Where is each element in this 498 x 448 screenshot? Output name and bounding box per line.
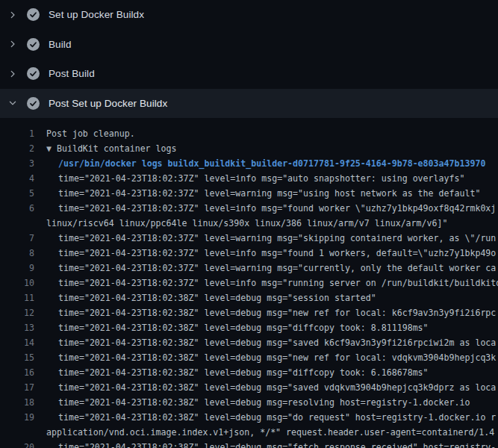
step-label: Build [49,39,72,50]
step-label: Post Build [49,68,95,79]
log-line-number[interactable]: 9 [0,261,34,276]
step-row-set-up-docker-buildx[interactable]: Set up Docker Buildx [0,0,498,30]
log-line-text: time="2021-04-23T18:02:38Z" level=debug … [46,365,429,380]
log-line-text: time="2021-04-23T18:02:38Z" level=debug … [46,335,496,350]
log-line-number[interactable]: 4 [0,171,34,186]
log-line-text: time="2021-04-23T18:02:37Z" level=warnin… [46,231,496,246]
log-line-number[interactable]: 18 [0,395,34,410]
log-line: application/vnd.oci.image.index.v1+json,… [0,425,498,440]
log-line-number [0,425,34,440]
log-line-text: application/vnd.oci.image.index.v1+json,… [46,425,494,440]
log-line: 7time="2021-04-23T18:02:37Z" level=warni… [0,231,498,246]
log-group-title: BuildKit container logs [52,143,177,154]
log-line-number[interactable]: 14 [0,335,34,350]
step-row-post-set-up-docker-buildx[interactable]: Post Set up Docker Buildx [0,89,498,119]
log-line-number[interactable]: 7 [0,231,34,246]
log-line: 19time="2021-04-23T18:02:38Z" level=debu… [0,410,498,425]
log-line-number[interactable]: 12 [0,305,34,320]
step-row-build[interactable]: Build [0,30,498,60]
log-line-number[interactable]: 8 [0,246,34,261]
log-line-text: time="2021-04-23T18:02:37Z" level=info m… [46,171,464,186]
log-line-text: time="2021-04-23T18:02:38Z" level=debug … [46,395,470,410]
log-line: 13time="2021-04-23T18:02:38Z" level=debu… [0,320,498,335]
log-line-text: time="2021-04-23T18:02:38Z" level=debug … [46,410,496,425]
log-line-number[interactable]: 10 [0,276,34,290]
log-line: 18time="2021-04-23T18:02:38Z" level=debu… [0,395,498,410]
log-line-number[interactable]: 16 [0,365,34,380]
log-line: 10time="2021-04-23T18:02:37Z" level=info… [0,276,498,290]
log-line-text: time="2021-04-23T18:02:38Z" level=debug … [46,380,496,395]
log-line-number[interactable]: 13 [0,320,34,335]
log-line-number[interactable]: 5 [0,186,34,201]
log-line-text: time="2021-04-23T18:02:38Z" level=debug … [46,290,376,305]
log-line: 4time="2021-04-23T18:02:37Z" level=info … [0,171,498,186]
log-line: 8time="2021-04-23T18:02:37Z" level=info … [0,246,498,261]
log-area: 1Post job cleanup.2▼ BuildKit container … [0,118,498,448]
log-line-number[interactable]: 20 [0,440,34,448]
chevron-right-icon[interactable] [7,69,18,79]
log-line: 3/usr/bin/docker logs buildx_buildkit_bu… [0,156,498,171]
log-line-number[interactable]: 6 [0,201,34,216]
check-circle-icon [27,67,40,80]
log-line-number[interactable]: 15 [0,350,34,365]
log-line: 11time="2021-04-23T18:02:38Z" level=debu… [0,290,498,305]
log-line-text: time="2021-04-23T18:02:38Z" level=debug … [46,305,496,320]
log-line: 20time="2021-04-23T18:02:38Z" level=debu… [0,440,498,448]
step-label: Post Set up Docker Buildx [49,98,167,109]
log-line-number[interactable]: 1 [0,126,34,141]
chevron-right-icon[interactable] [7,10,18,20]
log-line-text: time="2021-04-23T18:02:38Z" level=debug … [46,440,496,448]
check-circle-icon [27,97,40,110]
log-line-text: time="2021-04-23T18:02:37Z" level=warnin… [46,261,496,276]
steps-list: Set up Docker BuildxBuildPost BuildPost … [0,0,498,118]
log-group-toggle-triangle-down-icon[interactable]: ▼ [46,141,52,156]
log-line: 6time="2021-04-23T18:02:37Z" level=info … [0,201,498,216]
log-line-text: Post job cleanup. [46,126,135,141]
log-line: 2▼ BuildKit container logs [0,141,498,156]
check-circle-icon [27,8,40,21]
log-line: 14time="2021-04-23T18:02:38Z" level=debu… [0,335,498,350]
log-line-number[interactable]: 3 [0,156,34,171]
actions-log-viewer: Set up Docker BuildxBuildPost BuildPost … [0,0,498,448]
log-line-text: time="2021-04-23T18:02:37Z" level=info m… [46,246,496,261]
check-circle-icon [27,38,40,51]
log-line-text: time="2021-04-23T18:02:37Z" level=info m… [46,276,498,290]
chevron-right-icon[interactable] [7,39,18,49]
log-line-number[interactable]: 19 [0,410,34,425]
log-line: 15time="2021-04-23T18:02:38Z" level=debu… [0,350,498,365]
log-line-text: time="2021-04-23T18:02:37Z" level=info m… [46,201,496,216]
log-line: 17time="2021-04-23T18:02:38Z" level=debu… [0,380,498,395]
log-line-text: time="2021-04-23T18:02:37Z" level=warnin… [46,186,480,201]
log-line-text: ▼ BuildKit container logs [46,141,177,156]
log-line-text: time="2021-04-23T18:02:38Z" level=debug … [46,320,429,335]
log-line-number[interactable]: 2 [0,141,34,156]
log-line: linux/riscv64 linux/ppc64le linux/s390x … [0,216,498,231]
log-line-number[interactable]: 11 [0,290,34,305]
log-line: 12time="2021-04-23T18:02:38Z" level=debu… [0,305,498,320]
log-line-number [0,216,34,231]
log-line: 1Post job cleanup. [0,126,498,141]
log-line: 16time="2021-04-23T18:02:38Z" level=debu… [0,365,498,380]
step-label: Set up Docker Buildx [49,9,144,20]
log-line-text: time="2021-04-23T18:02:38Z" level=debug … [46,350,496,365]
log-line: 5time="2021-04-23T18:02:37Z" level=warni… [0,186,498,201]
log-line: 9time="2021-04-23T18:02:37Z" level=warni… [0,261,498,276]
log-line-number[interactable]: 17 [0,380,34,395]
step-row-post-build[interactable]: Post Build [0,59,498,89]
log-command-text: /usr/bin/docker logs buildx_buildkit_bui… [46,156,485,171]
chevron-down-icon[interactable] [7,98,18,108]
log-line-text: linux/riscv64 linux/ppc64le linux/s390x … [46,216,447,231]
